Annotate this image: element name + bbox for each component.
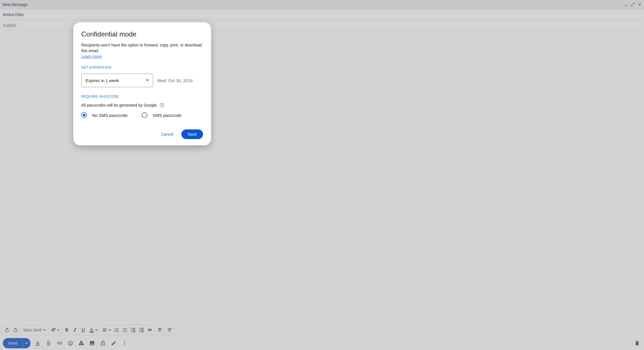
dialog-description: Recipients won't have the option to forw… <box>81 42 203 59</box>
expiration-value: Expires in 1 week <box>86 78 119 83</box>
expiration-date: Wed, Oct 30, 2024 <box>157 78 193 83</box>
dialog-description-text: Recipients won't have the option to forw… <box>81 43 202 53</box>
confidential-mode-dialog: Confidential mode Recipients won't have … <box>73 22 211 145</box>
save-button[interactable]: Save <box>181 129 203 139</box>
expiration-select[interactable]: Expires in 1 week <box>81 74 153 87</box>
passcode-note: All passcodes will be generated by Googl… <box>81 103 203 108</box>
no-sms-passcode-label: No SMS passcode <box>92 113 127 118</box>
svg-point-7 <box>162 106 162 107</box>
help-icon[interactable] <box>159 103 165 108</box>
sms-passcode-label: SMS passcode <box>153 113 181 118</box>
chevron-down-icon <box>146 80 149 81</box>
dialog-title: Confidential mode <box>81 30 203 38</box>
sms-passcode-radio[interactable]: SMS passcode <box>142 112 181 118</box>
modal-scrim <box>0 0 429 233</box>
no-sms-passcode-radio[interactable]: No SMS passcode <box>81 112 127 118</box>
set-expiration-label: SET EXPIRATION <box>81 66 203 70</box>
learn-more-link[interactable]: Learn more <box>81 54 102 59</box>
require-passcode-label: REQUIRE PASSCODE <box>81 95 203 99</box>
passcode-note-text: All passcodes will be generated by Googl… <box>81 103 158 107</box>
cancel-button[interactable]: Cancel <box>157 129 177 139</box>
